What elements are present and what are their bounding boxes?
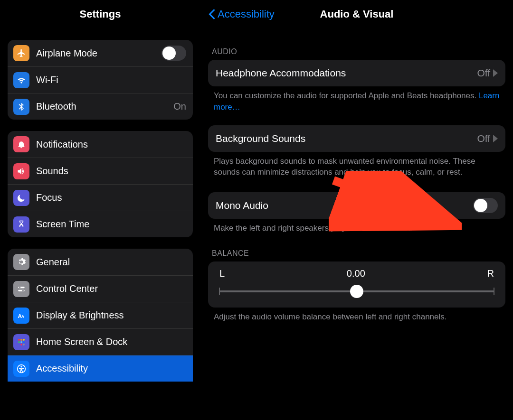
svg-rect-11 bbox=[23, 341, 24, 343]
headphone-caption: You can customize the audio for supporte… bbox=[208, 86, 505, 113]
sidebar-item-notifications[interactable]: Notifications bbox=[8, 131, 193, 158]
sidebar-item-screen-time[interactable]: Screen Time bbox=[8, 211, 193, 237]
page-title: Audio & Visual bbox=[208, 8, 505, 20]
sidebar-item-bluetooth[interactable]: Bluetooth On bbox=[8, 93, 193, 120]
bell-icon bbox=[13, 136, 29, 152]
display-label: Display & Brightness bbox=[36, 310, 186, 321]
balance-section-header: BALANCE bbox=[212, 249, 502, 258]
sidebar-item-general[interactable]: General bbox=[8, 249, 193, 275]
group-connectivity: Airplane Mode Wi-Fi Bluetooth On bbox=[8, 40, 193, 120]
chevron-right-icon bbox=[493, 69, 498, 77]
sounds-label: Sounds bbox=[36, 166, 186, 177]
svg-rect-8 bbox=[23, 339, 24, 340]
sidebar-item-display-brightness[interactable]: AA Display & Brightness bbox=[8, 302, 193, 328]
screentime-label: Screen Time bbox=[36, 219, 186, 230]
bluetooth-label: Bluetooth bbox=[36, 101, 173, 112]
audio-section-header: AUDIO bbox=[212, 47, 502, 56]
headphone-label: Headphone Accommodations bbox=[216, 67, 477, 79]
balance-cell: L 0.00 R bbox=[208, 261, 505, 308]
settings-title: Settings bbox=[0, 0, 200, 28]
detail-pane: Accessibility Audio & Visual AUDIO Headp… bbox=[200, 0, 513, 420]
mono-label: Mono Audio bbox=[216, 200, 473, 211]
bluetooth-icon bbox=[13, 99, 29, 115]
sidebar-item-home-screen[interactable]: Home Screen & Dock bbox=[8, 328, 193, 355]
group-general: General Control Center AA Display & Brig… bbox=[8, 249, 193, 382]
background-value: Off bbox=[477, 133, 490, 144]
airplane-toggle[interactable] bbox=[162, 46, 186, 61]
mono-audio-toggle[interactable] bbox=[473, 198, 498, 213]
hourglass-icon bbox=[13, 216, 29, 233]
sliders-icon bbox=[13, 281, 29, 297]
headphone-value: Off bbox=[477, 67, 490, 79]
background-caption: Plays background sounds to mask unwanted… bbox=[208, 152, 505, 178]
sidebar-item-control-center[interactable]: Control Center bbox=[8, 275, 193, 302]
speaker-icon bbox=[13, 163, 29, 179]
balance-slider[interactable] bbox=[219, 286, 494, 297]
bluetooth-value: On bbox=[173, 101, 186, 112]
balance-right-label: R bbox=[487, 268, 494, 279]
airplane-icon bbox=[13, 45, 29, 61]
sidebar-item-airplane-mode[interactable]: Airplane Mode bbox=[8, 40, 193, 66]
svg-point-2 bbox=[19, 287, 20, 288]
svg-point-16 bbox=[20, 366, 22, 367]
group-notifications: Notifications Sounds Focus Screen Time bbox=[8, 131, 193, 237]
accessibility-icon bbox=[13, 361, 29, 377]
controlcenter-label: Control Center bbox=[36, 283, 186, 294]
svg-rect-14 bbox=[23, 344, 24, 345]
homescreen-label: Home Screen & Dock bbox=[36, 336, 186, 347]
sidebar-item-sounds[interactable]: Sounds bbox=[8, 158, 193, 184]
accessibility-label: Accessibility bbox=[36, 363, 186, 374]
balance-value: 0.00 bbox=[347, 268, 365, 279]
background-label: Background Sounds bbox=[216, 133, 477, 144]
svg-rect-10 bbox=[20, 341, 22, 343]
svg-rect-12 bbox=[18, 344, 19, 345]
balance-left-label: L bbox=[219, 268, 225, 279]
airplane-label: Airplane Mode bbox=[36, 48, 162, 59]
focus-label: Focus bbox=[36, 192, 186, 203]
sidebar-item-wifi[interactable]: Wi-Fi bbox=[8, 66, 193, 93]
gear-icon bbox=[13, 254, 29, 270]
text-size-icon: AA bbox=[13, 308, 29, 324]
balance-caption: Adjust the audio volume balance between … bbox=[208, 308, 505, 323]
general-label: General bbox=[36, 257, 186, 268]
moon-icon bbox=[13, 190, 29, 206]
mono-caption: Make the left and right speakers play th… bbox=[208, 219, 505, 234]
mono-audio-cell: Mono Audio bbox=[208, 192, 505, 219]
settings-sidebar: Settings Airplane Mode Wi-Fi Bluetooth O… bbox=[0, 0, 200, 420]
svg-point-3 bbox=[22, 289, 24, 291]
svg-rect-6 bbox=[18, 339, 19, 340]
grid-icon bbox=[13, 334, 29, 350]
svg-text:A: A bbox=[21, 314, 24, 319]
headphone-accommodations-cell[interactable]: Headphone Accommodations Off bbox=[208, 60, 505, 86]
slider-thumb[interactable] bbox=[350, 285, 363, 298]
detail-header: Accessibility Audio & Visual bbox=[208, 0, 505, 28]
wifi-icon bbox=[13, 72, 29, 88]
chevron-right-icon bbox=[493, 135, 498, 142]
svg-rect-13 bbox=[20, 344, 22, 345]
notifications-label: Notifications bbox=[36, 139, 186, 150]
sidebar-item-accessibility[interactable]: Accessibility bbox=[8, 355, 193, 382]
sidebar-item-focus[interactable]: Focus bbox=[8, 184, 193, 211]
svg-rect-9 bbox=[18, 341, 19, 343]
background-sounds-cell[interactable]: Background Sounds Off bbox=[208, 125, 505, 152]
wifi-label: Wi-Fi bbox=[36, 75, 186, 85]
svg-rect-7 bbox=[20, 339, 22, 340]
